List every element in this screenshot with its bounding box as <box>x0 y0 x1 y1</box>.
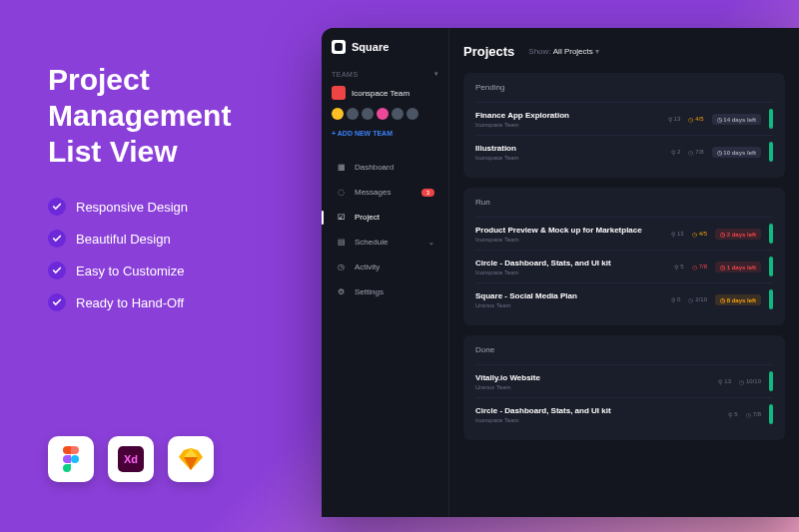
avatar[interactable] <box>406 108 418 120</box>
calendar-icon: ▤ <box>336 237 347 248</box>
status-bar <box>769 142 773 162</box>
project-team: Iconspace Team <box>475 269 674 275</box>
attachment-icon: ⚲ <box>671 296 675 303</box>
time-count: ◷7/8 <box>688 149 703 156</box>
avatar[interactable] <box>332 108 344 120</box>
status-bar <box>769 371 773 391</box>
check-icon <box>48 230 66 248</box>
time-count: ◷7/8 <box>692 264 707 270</box>
due-pill: ◷ 1 days left <box>715 262 761 272</box>
svg-rect-3 <box>335 43 343 51</box>
attachment-icon: ⚲ <box>674 264 678 270</box>
clock-icon: ◷ <box>336 262 347 272</box>
teams-header: TEAMS ▾ <box>332 70 438 78</box>
nav-settings[interactable]: ⚙Settings <box>332 279 438 304</box>
project-team: Iconspace Team <box>475 417 728 423</box>
section-title: Pending <box>475 83 773 92</box>
attachment-count: ⚲13 <box>668 116 681 123</box>
promo-panel: Project Management List View Responsive … <box>48 62 278 325</box>
project-title: Finance App Exploration <box>475 111 668 120</box>
svg-point-0 <box>71 455 79 463</box>
due-pill: ◷ 8 days left <box>715 294 761 305</box>
svg-text:Xd: Xd <box>124 453 138 465</box>
chevron-down-icon[interactable]: ▾ <box>434 70 439 78</box>
badge: 3 <box>421 189 434 197</box>
check-icon <box>48 262 66 279</box>
avatar[interactable] <box>362 108 374 120</box>
clock-icon: ◷ <box>739 378 744 385</box>
nav-schedule[interactable]: ▤Schedule⌄ <box>332 230 438 255</box>
clock-icon: ◷ <box>692 231 697 238</box>
nav: ▦Dashboard ◌Messages3 ☑Project ▤Schedule… <box>332 155 438 304</box>
chevron-down-icon: ⌄ <box>428 239 434 247</box>
status-bar <box>769 289 773 309</box>
section-done: DoneVitally.io WebsiteUranus Team⚲13◷10/… <box>463 335 785 440</box>
project-row[interactable]: Square - Social Media PlanUranus Team⚲0◷… <box>475 282 773 315</box>
attachment-icon: ⚲ <box>718 378 722 385</box>
project-row[interactable]: IllustrationIconspace Team⚲2◷7/8◷ 10 day… <box>475 135 773 168</box>
check-icon <box>48 293 66 311</box>
feature-list: Responsive Design Beautiful Design Easy … <box>48 198 278 311</box>
section-pending: PendingFinance App ExplorationIconspace … <box>463 73 785 178</box>
attachment-count: ⚲13 <box>718 378 731 385</box>
clock-icon: ◷ <box>688 296 693 303</box>
project-row[interactable]: Circle - Dashboard, Stats, and UI kitIco… <box>475 250 773 282</box>
tool-icons: Xd <box>48 436 214 482</box>
brand[interactable]: Square <box>332 40 438 54</box>
status-bar <box>769 404 773 424</box>
main-header: Projects Show: All Projects ▾ <box>463 44 785 59</box>
nav-messages[interactable]: ◌Messages3 <box>332 180 438 205</box>
attachment-count: ⚲0 <box>671 296 680 303</box>
time-count: ◷2/10 <box>688 296 707 303</box>
nav-project[interactable]: ☑Project <box>332 205 438 230</box>
project-row[interactable]: Finance App ExplorationIconspace Team⚲13… <box>475 102 773 135</box>
time-count: ◷4/5 <box>692 231 707 238</box>
clock-icon: ◷ <box>688 116 693 123</box>
team-item[interactable]: Iconspace Team <box>332 86 438 100</box>
attachment-icon: ⚲ <box>728 411 732 418</box>
due-pill: ◷ 14 days left <box>712 114 761 125</box>
filter-dropdown[interactable]: Show: All Projects ▾ <box>528 47 599 56</box>
due-pill: ◷ 2 days left <box>715 229 761 240</box>
avatar[interactable] <box>392 108 403 120</box>
sketch-icon <box>168 436 214 482</box>
sidebar: Square TEAMS ▾ Iconspace Team + ADD NEW … <box>322 28 449 517</box>
status-bar <box>769 109 773 129</box>
avatar[interactable] <box>377 108 389 120</box>
attachment-icon: ⚲ <box>671 231 675 238</box>
project-team: Iconspace Team <box>475 122 668 128</box>
project-title: Product Preview & Mock up for Marketplac… <box>475 226 671 235</box>
check-icon <box>48 198 66 216</box>
avatar[interactable] <box>347 108 359 120</box>
project-title: Circle - Dashboard, Stats, and UI kit <box>475 406 728 415</box>
status-bar <box>769 224 773 244</box>
attachment-count: ⚲5 <box>674 264 683 270</box>
project-row[interactable]: Circle - Dashboard, Stats, and UI kitIco… <box>475 397 773 430</box>
project-row[interactable]: Product Preview & Mock up for Marketplac… <box>475 217 773 250</box>
page-title: Projects <box>463 44 514 59</box>
project-team: Uranus Team <box>475 384 718 390</box>
promo-title: Project Management List View <box>48 62 278 170</box>
team-avatar <box>332 86 346 100</box>
project-row[interactable]: Vitally.io WebsiteUranus Team⚲13◷10/10 <box>475 364 773 397</box>
attachment-count: ⚲13 <box>671 231 684 238</box>
add-team-button[interactable]: + ADD NEW TEAM <box>332 130 438 137</box>
time-count: ◷7/8 <box>746 411 761 418</box>
clock-icon: ◷ <box>692 264 697 270</box>
app-window: Square TEAMS ▾ Iconspace Team + ADD NEW … <box>322 28 799 517</box>
nav-dashboard[interactable]: ▦Dashboard <box>332 155 438 180</box>
project-title: Square - Social Media Plan <box>475 291 671 300</box>
project-team: Iconspace Team <box>475 155 671 161</box>
xd-icon: Xd <box>108 436 154 482</box>
project-title: Illustration <box>475 144 671 153</box>
attachment-count: ⚲2 <box>671 149 680 156</box>
project-title: Vitally.io Website <box>475 373 718 382</box>
chevron-down-icon: ▾ <box>595 47 599 56</box>
section-title: Done <box>475 345 773 354</box>
nav-activity[interactable]: ◷Activity <box>332 255 438 279</box>
figma-icon <box>48 436 94 482</box>
gear-icon: ⚙ <box>336 286 347 297</box>
section-title: Run <box>475 198 773 207</box>
attachment-count: ⚲5 <box>728 411 737 418</box>
check-square-icon: ☑ <box>336 212 347 223</box>
